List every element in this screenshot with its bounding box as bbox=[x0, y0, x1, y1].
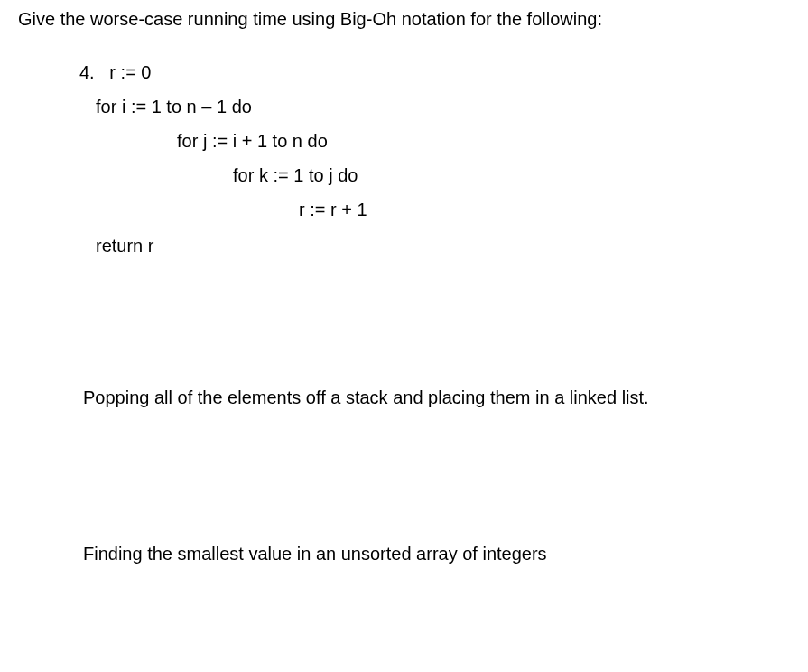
problem-number: 4. bbox=[79, 62, 95, 82]
code-for-i: for i := 1 to n – 1 do bbox=[96, 89, 790, 124]
code-increment: r := r + 1 bbox=[299, 192, 790, 227]
code-r-init: r := 0 bbox=[109, 62, 151, 82]
sub-question-stack: Popping all of the elements off a stack … bbox=[83, 387, 790, 408]
question-header: Give the worse-case running time using B… bbox=[18, 9, 790, 30]
code-line-init: 4. r := 0 bbox=[79, 55, 790, 89]
code-block: 4. r := 0 for i := 1 to n – 1 do for j :… bbox=[43, 55, 790, 263]
code-return: return r bbox=[96, 229, 790, 263]
code-for-j: for j := i + 1 to n do bbox=[177, 124, 790, 158]
sub-question-array: Finding the smallest value in an unsorte… bbox=[83, 544, 790, 565]
code-for-k: for k := 1 to j do bbox=[233, 158, 790, 192]
